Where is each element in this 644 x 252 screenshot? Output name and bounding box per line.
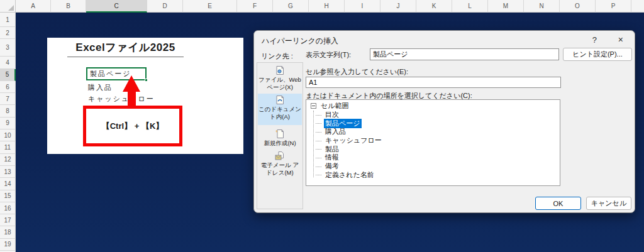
row-header[interactable]: 5	[0, 69, 16, 81]
sidebar-item-this-document[interactable]: このドキュメント内(A)	[258, 94, 302, 125]
row-header[interactable]: 11	[0, 141, 16, 153]
tree-node-selected[interactable]: 製品ページ	[309, 119, 560, 128]
sidebar-item-label: このドキュメント内(A)	[258, 106, 301, 120]
row-header[interactable]: 18	[0, 226, 16, 238]
card-title: Excelファイル2025	[75, 41, 175, 53]
column-header[interactable]: C	[86, 0, 147, 13]
new-document-icon	[275, 129, 285, 138]
close-icon[interactable]: ×	[618, 35, 623, 45]
tree-node[interactable]: 製品	[309, 145, 560, 153]
file-web-icon	[275, 66, 285, 75]
row-header[interactable]: 19	[0, 239, 16, 251]
column-header[interactable]: F	[237, 0, 273, 13]
card-title-underline: Excelファイル2025	[67, 40, 184, 57]
column-header[interactable]: N	[524, 0, 560, 13]
arrow-up-head-icon	[123, 75, 140, 92]
cancel-button[interactable]: キャンセル	[586, 197, 631, 210]
sidebar-item-label: ファイル、Web ページ(X)	[258, 76, 301, 90]
row-header[interactable]: 16	[0, 202, 16, 214]
tree-node[interactable]: 目次	[309, 111, 560, 119]
tree-node[interactable]: 備考	[309, 162, 560, 171]
this-document-icon	[275, 96, 285, 104]
ok-button[interactable]: OK	[535, 197, 581, 210]
column-headers: ABCDEFGHIJKLMNOPQ	[16, 0, 644, 13]
row-header[interactable]: 3	[0, 39, 16, 57]
row-header[interactable]: 8	[0, 105, 16, 117]
fill-handle[interactable]	[145, 79, 148, 82]
column-header[interactable]: H	[309, 0, 345, 13]
row-header[interactable]: 17	[0, 214, 16, 226]
select-all-corner[interactable]	[0, 0, 16, 13]
tree-node[interactable]: キャッシュフロー	[309, 136, 560, 145]
help-icon[interactable]: ?	[592, 35, 597, 45]
screentip-button[interactable]: ヒント設定(P)...	[563, 48, 632, 61]
row-headers: 1234567891011121314151617181920	[0, 13, 16, 252]
cell-reference-label: セル参照を入力してください(E):	[306, 67, 408, 77]
column-header[interactable]: G	[273, 0, 309, 13]
row-header[interactable]: 9	[0, 118, 16, 129]
insert-hyperlink-dialog: ハイパーリンクの挿入 ? × リンク先 : ファイル、Web ページ(X) この…	[253, 30, 635, 213]
tree-node[interactable]: 購入品	[309, 128, 560, 136]
shortcut-text: 【Ctrl】 + 【K】	[102, 121, 164, 132]
worksheet-card: Excelファイル2025 製品ページ 購入品 キャッシュフロー 【Ctrl】 …	[47, 38, 243, 154]
sidebar-item-label: 新規作成(N)	[264, 140, 296, 146]
display-text-input[interactable]	[370, 48, 559, 60]
column-header[interactable]: B	[51, 0, 86, 13]
column-header[interactable]: Q	[631, 0, 644, 13]
dialog-title: ハイパーリンクの挿入	[262, 36, 338, 47]
row-header[interactable]: 2	[0, 27, 16, 39]
document-place-tree: セル範囲 目次 製品ページ 購入品 キャッシュフロー 製品 情報 備考	[306, 99, 560, 186]
row-header[interactable]: 6	[0, 81, 16, 93]
email-icon	[275, 151, 285, 160]
link-type-sidebar: ファイル、Web ページ(X) このドキュメント内(A) 新規作成(N)	[257, 62, 303, 209]
row-header[interactable]: 13	[0, 166, 16, 178]
column-header[interactable]: D	[147, 0, 183, 13]
tree-node-defined-names[interactable]: 定義された名前	[309, 171, 560, 180]
column-header[interactable]: M	[488, 0, 524, 13]
row-header[interactable]: 4	[0, 57, 16, 68]
column-header[interactable]: K	[416, 0, 452, 13]
sidebar-item-label: 電子メール アドレス(M)	[261, 162, 299, 176]
column-header[interactable]: A	[16, 0, 51, 13]
display-text-label: 表示文字列(T):	[306, 50, 351, 60]
sidebar-item-file-webpage[interactable]: ファイル、Web ページ(X)	[258, 64, 302, 92]
column-header[interactable]: O	[560, 0, 596, 13]
sidebar-item-email-address[interactable]: 電子メール アドレス(M)	[258, 150, 302, 178]
row-header[interactable]: 15	[0, 190, 16, 202]
tree-node[interactable]: 情報	[309, 153, 560, 162]
column-header[interactable]: I	[345, 0, 380, 13]
row-header[interactable]: 10	[0, 129, 16, 141]
row-header[interactable]: 1	[0, 13, 16, 27]
collapse-icon[interactable]	[311, 103, 316, 109]
list-item[interactable]: キャッシュフロー	[88, 94, 155, 104]
column-header[interactable]: L	[452, 0, 488, 13]
row-header[interactable]: 7	[0, 93, 16, 105]
column-header[interactable]: P	[596, 0, 631, 13]
row-header[interactable]: 12	[0, 154, 16, 166]
row-header[interactable]: 14	[0, 178, 16, 190]
column-header[interactable]: J	[380, 0, 416, 13]
cell-reference-input[interactable]	[306, 77, 561, 88]
link-to-label: リンク先 :	[261, 52, 293, 61]
shortcut-callout-box: 【Ctrl】 + 【K】	[83, 106, 182, 146]
column-header[interactable]: E	[183, 0, 237, 13]
list-item[interactable]: 購入品	[88, 83, 113, 92]
sidebar-item-create-new[interactable]: 新規作成(N)	[258, 128, 302, 149]
tree-node-cell-range[interactable]: セル範囲	[309, 102, 560, 111]
arrow-up-icon	[128, 89, 136, 107]
excel-window: ABCDEFGHIJKLMNOPQ 1234567891011121314151…	[0, 0, 644, 252]
